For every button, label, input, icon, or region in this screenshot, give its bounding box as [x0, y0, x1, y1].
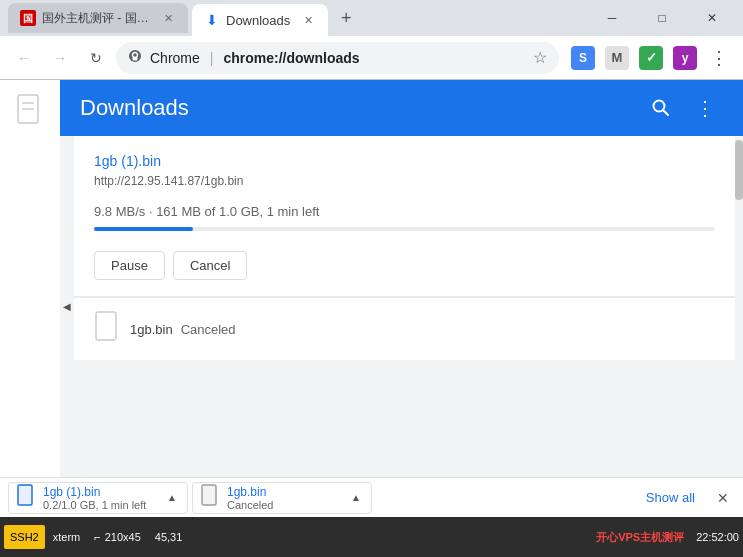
tab-active-close[interactable]: ✕: [300, 12, 316, 28]
url-bar[interactable]: Chrome | chrome://downloads ☆: [116, 42, 559, 74]
scrollbar-track[interactable]: [735, 136, 743, 477]
clock: 22:52:00: [696, 531, 739, 543]
url-separator: |: [210, 50, 214, 66]
xterm-label: xterm: [53, 531, 81, 543]
canceled-status: Canceled: [181, 322, 236, 337]
progress-bar-container-1: [94, 227, 715, 231]
sidebar: [0, 80, 60, 477]
extension-s-button[interactable]: S: [567, 42, 599, 74]
ssh2-label: SSH2: [10, 531, 39, 543]
main-area: Downloads ⋮ ◀ 1gb (1).bin http://212.95.…: [60, 80, 743, 477]
minimize-button[interactable]: ─: [589, 0, 635, 36]
chip-2-arrow[interactable]: ▲: [349, 490, 363, 505]
filename-1[interactable]: 1gb (1).bin: [94, 153, 161, 169]
reload-button[interactable]: ↻: [80, 42, 112, 74]
dimensions-item[interactable]: ⌐ 210x45: [88, 529, 147, 545]
tab-active-favicon: ⬇: [204, 12, 220, 28]
tab-active[interactable]: ⬇ Downloads ✕: [192, 4, 328, 36]
extension-check-button[interactable]: ✓: [635, 42, 667, 74]
address-bar: ← → ↻ Chrome | chrome://downloads ☆ S M …: [0, 36, 743, 80]
cancel-button[interactable]: Cancel: [173, 251, 247, 280]
new-tab-button[interactable]: +: [332, 4, 360, 32]
svg-rect-11: [18, 485, 32, 505]
svg-text:国: 国: [23, 13, 33, 24]
downloads-title: Downloads: [80, 95, 189, 121]
chrome-menu-icon: ⋮: [710, 47, 728, 69]
toolbar-icons: S M ✓ y ⋮: [567, 42, 735, 74]
coordinates-item[interactable]: 45,31: [149, 529, 189, 545]
svg-line-9: [664, 111, 669, 116]
chip-1-arrow[interactable]: ▲: [165, 490, 179, 505]
tab-inactive-favicon: 国: [20, 10, 36, 26]
download-chip-2: 1gb.bin Canceled ▲: [192, 482, 372, 514]
svg-rect-12: [202, 485, 216, 505]
url-lock-icon: [128, 49, 142, 66]
header-menu-button[interactable]: ⋮: [687, 90, 723, 126]
file-url-1: http://212.95.141.87/1gb.bin: [94, 174, 715, 188]
chip-2-filename: 1gb.bin: [227, 485, 343, 499]
downloads-header: Downloads ⋮: [60, 80, 743, 136]
show-all-button[interactable]: Show all: [634, 486, 707, 509]
title-bar: 国 国外主机测评 - 国外... ✕ ⬇ Downloads ✕ + ─ □ ✕: [0, 0, 743, 36]
chip-2-text: 1gb.bin Canceled: [227, 485, 343, 511]
system-right: 开心VPS主机测评 22:52:00: [596, 530, 739, 545]
tab-active-label: Downloads: [226, 13, 290, 28]
chip-2-file-icon: [201, 484, 221, 512]
tab-inactive[interactable]: 国 国外主机测评 - 国外... ✕: [8, 3, 188, 33]
system-taskbar: SSH2 xterm ⌐ 210x45 45,31 开心VPS主机测评 22:5…: [0, 517, 743, 557]
dimensions-label: 210x45: [105, 531, 141, 543]
chip-1-text: 1gb (1).bin 0.2/1.0 GB, 1 min left: [43, 485, 159, 511]
action-buttons-1: Pause Cancel: [94, 251, 715, 280]
back-button[interactable]: ←: [8, 42, 40, 74]
chip-1-file-icon: [17, 484, 37, 512]
coordinates-label: 45,31: [155, 531, 183, 543]
chip-2-status: Canceled: [227, 499, 343, 511]
terminal-icon: ⌐: [94, 531, 100, 543]
svg-rect-4: [133, 57, 138, 61]
download-item-2: 1gb.bin Canceled: [74, 297, 735, 360]
url-path: chrome://downloads: [223, 50, 359, 66]
download-list: 1gb (1).bin http://212.95.141.87/1gb.bin…: [74, 136, 735, 477]
maximize-button[interactable]: □: [639, 0, 685, 36]
download-item-1: 1gb (1).bin http://212.95.141.87/1gb.bin…: [74, 136, 735, 297]
svg-rect-10: [96, 312, 116, 340]
file-status-1: 9.8 MB/s · 161 MB of 1.0 GB, 1 min left: [94, 204, 715, 219]
chip-1-status: 0.2/1.0 GB, 1 min left: [43, 499, 159, 511]
download-chip-1: 1gb (1).bin 0.2/1.0 GB, 1 min left ▲: [8, 482, 188, 514]
progress-bar-fill-1: [94, 227, 193, 231]
chrome-menu-button[interactable]: ⋮: [703, 42, 735, 74]
chip-1-filename: 1gb (1).bin: [43, 485, 159, 499]
extension-y-button[interactable]: y: [669, 42, 701, 74]
download-taskbar: 1gb (1).bin 0.2/1.0 GB, 1 min left ▲ 1gb…: [0, 477, 743, 517]
search-button[interactable]: [643, 90, 679, 126]
url-icons: ☆: [533, 48, 547, 67]
content-scroll-area: ◀ 1gb (1).bin http://212.95.141.87/1gb.b…: [60, 136, 743, 477]
close-taskbar-button[interactable]: ✕: [711, 486, 735, 510]
ssh2-item[interactable]: SSH2: [4, 525, 45, 549]
page-area: Downloads ⋮ ◀ 1gb (1).bin http://212.95.…: [0, 80, 743, 477]
url-site: Chrome: [150, 50, 200, 66]
window-controls: ─ □ ✕: [589, 0, 735, 36]
header-actions: ⋮: [643, 90, 723, 126]
close-button[interactable]: ✕: [689, 0, 735, 36]
extension-m-button[interactable]: M: [601, 42, 633, 74]
scrollbar-thumb[interactable]: [735, 140, 743, 200]
bookmark-icon[interactable]: ☆: [533, 48, 547, 67]
filename-2: 1gb.bin: [130, 322, 173, 337]
scroll-left-arrow[interactable]: ◀: [60, 136, 74, 477]
xterm-item[interactable]: xterm: [47, 529, 87, 545]
pause-button[interactable]: Pause: [94, 251, 165, 280]
watermark-text: 开心VPS主机测评: [596, 530, 684, 545]
header-menu-icon: ⋮: [695, 96, 715, 120]
tab-inactive-label: 国外主机测评 - 国外...: [42, 10, 151, 27]
file-icon-2: [94, 310, 122, 348]
sidebar-file-icon: [0, 80, 60, 140]
forward-button[interactable]: →: [44, 42, 76, 74]
tab-inactive-close[interactable]: ✕: [161, 10, 176, 26]
tabs-container: 国 国外主机测评 - 国外... ✕ ⬇ Downloads ✕ +: [8, 2, 360, 34]
